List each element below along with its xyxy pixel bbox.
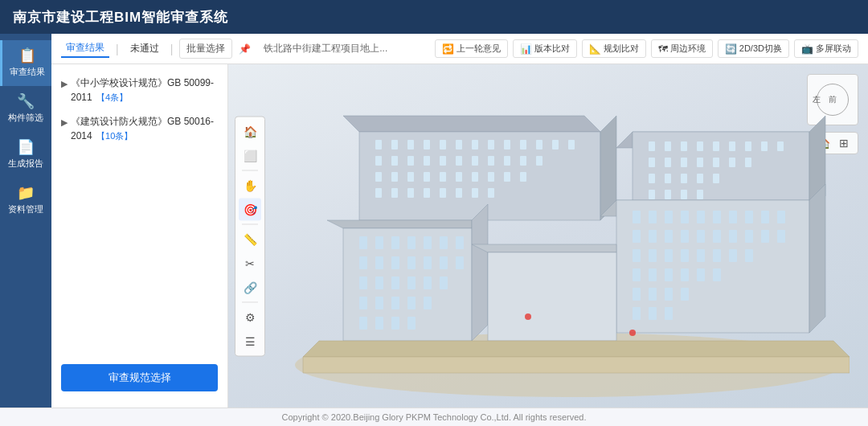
svg-rect-148 — [649, 307, 657, 320]
svg-rect-134 — [713, 249, 721, 262]
svg-rect-7 — [424, 140, 430, 150]
svg-rect-109 — [633, 211, 641, 223]
tree-arrow-0: ▶ — [61, 77, 68, 91]
link-tool-button[interactable]: 🔗 — [239, 276, 261, 298]
svg-rect-17 — [375, 156, 382, 166]
svg-marker-74 — [327, 220, 472, 228]
svg-rect-124 — [713, 230, 721, 243]
svg-rect-79 — [391, 236, 399, 249]
svg-rect-133 — [697, 249, 705, 262]
svg-rect-136 — [745, 249, 753, 262]
svg-rect-71 — [665, 190, 671, 199]
svg-rect-29 — [391, 172, 398, 182]
svg-rect-73 — [697, 190, 703, 199]
svg-rect-138 — [649, 268, 657, 281]
svg-rect-6 — [407, 140, 414, 150]
svg-rect-9 — [456, 140, 462, 150]
cut-tool-button[interactable]: ✂ — [239, 252, 261, 274]
report-icon: 📄 — [17, 140, 35, 154]
svg-rect-96 — [440, 276, 448, 289]
svg-rect-33 — [456, 172, 462, 182]
svg-rect-88 — [424, 256, 432, 269]
svg-rect-145 — [665, 288, 673, 301]
prev-review-button[interactable]: 🔁 上一轮意见 — [435, 39, 508, 58]
svg-rect-142 — [713, 268, 721, 281]
svg-rect-123 — [697, 230, 705, 243]
svg-rect-19 — [407, 156, 414, 166]
sidebar-item-label-3: 资料管理 — [8, 203, 43, 215]
svg-rect-63 — [729, 158, 735, 167]
menu-tool-button[interactable]: ☰ — [239, 330, 261, 352]
select-norm-button[interactable]: 审查规范选择 — [61, 364, 218, 391]
project-name: 铁北路中街建工程项目地上... — [264, 42, 387, 55]
tab-audit-result[interactable]: 审查结果 — [61, 39, 109, 58]
sidebar-item-audit[interactable]: 📋 审查结果 — [0, 40, 51, 86]
svg-rect-77 — [359, 236, 367, 249]
sidebar: 📋 审查结果 🔧 构件筛选 📄 生成报告 📁 资料管理 — [0, 34, 51, 408]
svg-rect-57 — [777, 141, 784, 151]
focus-tool-button[interactable]: 🎯 — [239, 198, 261, 220]
svg-rect-137 — [633, 268, 641, 281]
pan-tool-button[interactable]: ✋ — [239, 174, 261, 196]
home-tool-button[interactable]: 🏠 — [239, 120, 261, 142]
surrounding-env-button[interactable]: 🗺 周边环境 — [651, 39, 713, 58]
tab-not-passed[interactable]: 未通过 — [125, 40, 164, 57]
sidebar-item-label-0: 审查结果 — [10, 66, 45, 78]
svg-rect-4 — [375, 140, 382, 150]
svg-rect-5 — [391, 140, 398, 150]
tree-item-1[interactable]: ▶ 《建筑设计防火规范》GB 50016-2014 【10条】 — [51, 109, 227, 148]
svg-rect-52 — [697, 141, 703, 151]
footer: Copyright © 2020.Beijing Glory PKPM Tech… — [0, 408, 868, 426]
tree-item-0[interactable]: ▶ 《中小学校设计规范》GB 50099-2011 【4条】 — [51, 71, 227, 109]
content-area: 审查结果 | 未通过 | 批量选择 📌 铁北路中街建工程项目地上... 🔁 上一… — [51, 34, 868, 408]
plan-compare-button[interactable]: 📐 规划比对 — [582, 39, 646, 58]
multi-screen-button[interactable]: 📺 多屏联动 — [794, 39, 858, 58]
tree-label-1: 《建筑设计防火规范》GB 50016-2014 【10条】 — [71, 114, 218, 143]
settings-tool-button[interactable]: ⚙ — [239, 305, 261, 328]
svg-rect-146 — [681, 288, 689, 301]
svg-rect-10 — [472, 140, 478, 150]
sidebar-item-report[interactable]: 📄 生成报告 — [0, 132, 51, 178]
svg-rect-20 — [424, 156, 430, 166]
app-title: 南京市建设工程BIM智能审查系统 — [13, 8, 228, 27]
version-compare-button[interactable]: 📊 版本比对 — [513, 39, 577, 58]
svg-rect-105 — [407, 317, 416, 330]
svg-rect-67 — [681, 174, 687, 183]
svg-rect-23 — [472, 156, 478, 166]
measure-tool-button[interactable]: 📏 — [239, 227, 261, 250]
svg-rect-64 — [745, 158, 751, 167]
svg-marker-152 — [303, 341, 850, 357]
footer-text: Copyright © 2020.Beijing Glory PKPM Tech… — [281, 412, 586, 422]
svg-rect-28 — [375, 172, 382, 182]
sidebar-item-label-2: 生成报告 — [8, 158, 43, 170]
svg-rect-141 — [697, 268, 705, 281]
3d-viewer[interactable]: 🏠 ⬜ ✋ 🎯 📏 ✂ 🔗 ⚙ ☰ 左 — [228, 64, 868, 408]
svg-rect-113 — [697, 211, 705, 223]
svg-rect-66 — [665, 174, 671, 183]
view-switch-button[interactable]: 🔄 2D/3D切换 — [718, 39, 789, 58]
sidebar-item-resources[interactable]: 📁 资料管理 — [0, 178, 51, 223]
frame-tool-button[interactable]: ⬜ — [239, 144, 261, 166]
work-area: ▶ 《中小学校设计规范》GB 50099-2011 【4条】 ▶ 《建筑设计防火… — [51, 64, 868, 408]
main-toolbar: 审查结果 | 未通过 | 批量选择 📌 铁北路中街建工程项目地上... 🔁 上一… — [51, 34, 868, 64]
svg-rect-34 — [472, 172, 478, 182]
svg-marker-76 — [472, 204, 488, 341]
svg-rect-120 — [649, 230, 657, 243]
svg-rect-15 — [552, 140, 559, 150]
batch-select-button[interactable]: 批量选择 — [179, 39, 232, 59]
svg-marker-108 — [809, 184, 825, 333]
svg-point-154 — [525, 313, 531, 320]
svg-rect-132 — [681, 249, 689, 262]
sidebar-item-filter[interactable]: 🔧 构件筛选 — [0, 86, 51, 132]
svg-rect-100 — [407, 297, 416, 309]
toolbar-left: 审查结果 | 未通过 | 批量选择 📌 铁北路中街建工程项目地上... — [61, 39, 387, 59]
svg-rect-27 — [536, 156, 542, 166]
pin-icon: 📌 — [239, 43, 251, 55]
svg-rect-53 — [713, 141, 719, 151]
svg-rect-111 — [665, 211, 673, 223]
audit-icon: 📋 — [18, 48, 36, 63]
svg-rect-35 — [488, 172, 494, 182]
svg-rect-38 — [375, 188, 382, 198]
svg-rect-80 — [407, 236, 416, 249]
svg-rect-147 — [633, 307, 641, 320]
